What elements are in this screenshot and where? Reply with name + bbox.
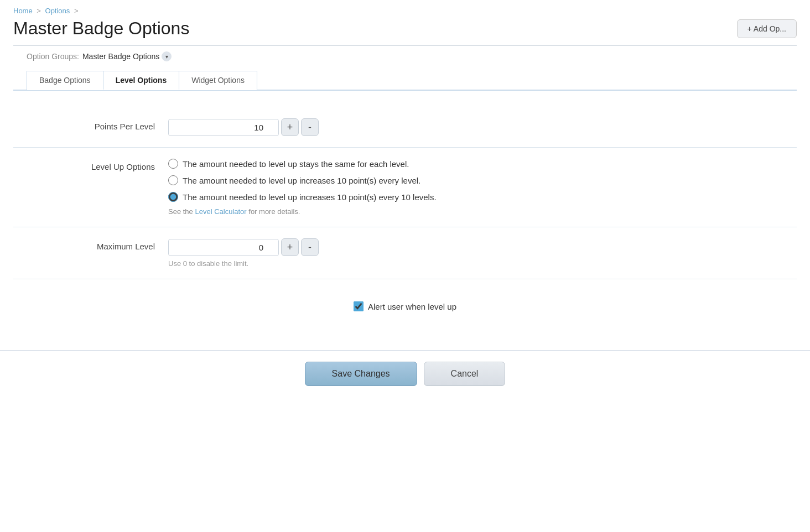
alert-user-section: Alert user when level up <box>13 279 797 333</box>
alert-user-text: Alert user when level up <box>368 302 456 311</box>
option-groups-row: Option Groups: Master Badge Options ▾ <box>13 46 797 67</box>
points-per-level-row: Points Per Level + - <box>13 118 797 136</box>
maximum-level-decrement[interactable]: - <box>301 238 319 256</box>
maximum-level-control: + - Use 0 to disable the limit. <box>168 238 797 268</box>
points-per-level-increment[interactable]: + <box>281 118 299 136</box>
content-area: Points Per Level + - Level Up Options <box>0 91 810 345</box>
breadcrumb-home[interactable]: Home <box>13 7 33 15</box>
maximum-level-helper: Use 0 to disable the limit. <box>168 259 797 268</box>
cancel-button[interactable]: Cancel <box>424 362 506 386</box>
points-per-level-input-group: + - <box>168 118 797 136</box>
level-up-option-increases-every10-text: The amount needed to level up increases … <box>183 192 437 202</box>
level-calculator-link[interactable]: Level Calculator <box>195 207 246 216</box>
points-per-level-section: Points Per Level + - <box>13 107 797 148</box>
option-groups-text: Master Badge Options <box>82 52 159 61</box>
tab-widget-options[interactable]: Widget Options <box>179 71 257 90</box>
points-per-level-control: + - <box>168 118 797 136</box>
page-title: Master Badge Options <box>13 18 189 39</box>
level-up-options-label: Level Up Options <box>13 159 168 171</box>
level-up-option-same-text: The amount needed to level up stays the … <box>183 159 409 169</box>
level-up-option-increases-each[interactable]: The amount needed to level up increases … <box>168 175 797 185</box>
level-up-radio-increases-each[interactable] <box>168 175 178 185</box>
maximum-level-input[interactable] <box>168 239 279 256</box>
hint-suffix: for more details. <box>247 207 300 216</box>
option-groups-label: Option Groups: <box>27 52 79 61</box>
level-up-options-row: Level Up Options The amount needed to le… <box>13 159 797 216</box>
footer-actions: Save Changes Cancel <box>0 350 810 403</box>
tab-level-options[interactable]: Level Options <box>103 71 180 90</box>
maximum-level-row: Maximum Level + - Use 0 to disable the l… <box>13 238 797 268</box>
breadcrumb-sep1: > <box>37 7 41 15</box>
breadcrumb-options[interactable]: Options <box>45 7 70 15</box>
maximum-level-label: Maximum Level <box>13 238 168 251</box>
alert-user-row: Alert user when level up <box>13 290 797 322</box>
maximum-level-section: Maximum Level + - Use 0 to disable the l… <box>13 227 797 279</box>
level-calculator-hint: See the Level Calculator for more detail… <box>168 207 797 216</box>
level-up-radio-same[interactable] <box>168 159 178 169</box>
option-groups-value: Master Badge Options ▾ <box>82 51 172 61</box>
level-up-option-same[interactable]: The amount needed to level up stays the … <box>168 159 797 169</box>
maximum-level-increment[interactable]: + <box>281 238 299 256</box>
header-area: Home > Options > Master Badge Options + … <box>0 0 810 91</box>
level-up-option-increases-each-text: The amount needed to level up increases … <box>183 176 420 185</box>
points-per-level-input[interactable] <box>168 119 279 136</box>
breadcrumb-sep2: > <box>74 7 79 15</box>
breadcrumb: Home > Options > <box>13 7 797 15</box>
level-up-options-section: Level Up Options The amount needed to le… <box>13 148 797 227</box>
tabs-row: Badge Options Level Options Widget Optio… <box>13 70 797 91</box>
page-container: Home > Options > Master Badge Options + … <box>0 0 810 532</box>
page-title-row: Master Badge Options + Add Op... <box>13 18 797 39</box>
maximum-level-input-group: + - <box>168 238 797 256</box>
hint-prefix: See the <box>168 207 195 216</box>
level-up-option-increases-every10[interactable]: The amount needed to level up increases … <box>168 192 797 202</box>
add-option-button[interactable]: + Add Op... <box>737 19 797 38</box>
tab-badge-options[interactable]: Badge Options <box>27 71 103 90</box>
alert-user-checkbox-label[interactable]: Alert user when level up <box>354 301 456 311</box>
option-groups-dropdown[interactable]: ▾ <box>162 51 172 61</box>
level-up-radio-group: The amount needed to level up stays the … <box>168 159 797 202</box>
level-up-options-control: The amount needed to level up stays the … <box>168 159 797 216</box>
points-per-level-label: Points Per Level <box>13 118 168 131</box>
points-per-level-decrement[interactable]: - <box>301 118 319 136</box>
level-up-radio-increases-every10[interactable] <box>168 192 178 202</box>
save-changes-button[interactable]: Save Changes <box>305 362 417 386</box>
alert-user-checkbox[interactable] <box>354 301 364 311</box>
